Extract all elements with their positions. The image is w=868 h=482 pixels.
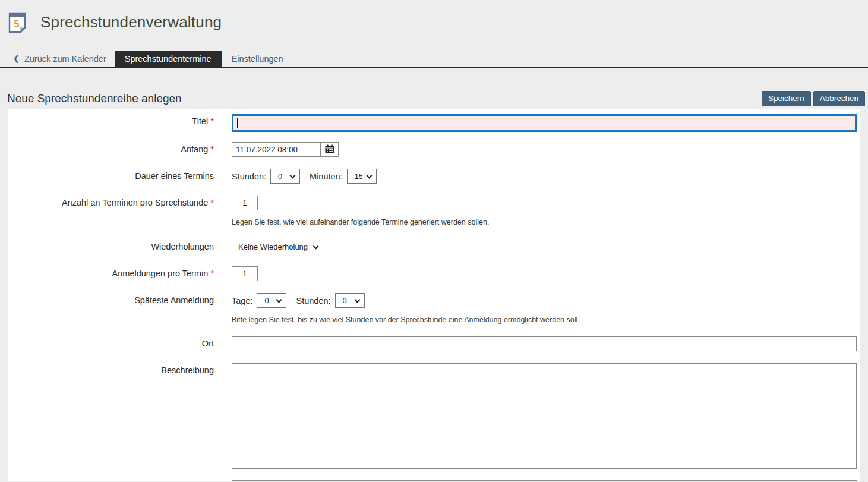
ort-label-text: Ort <box>202 339 214 348</box>
calendar-logo-icon: 5 <box>8 12 26 33</box>
dauer-hours-select-wrap: 0 <box>270 169 300 184</box>
anmeldungen-control <box>214 266 857 281</box>
save-button[interactable]: Speichern <box>762 91 811 106</box>
tab-einstellungen[interactable]: Einstellungen <box>222 51 293 67</box>
form-row-anfang: Anfang * <box>8 142 857 157</box>
anfang-date-group <box>232 142 857 157</box>
beschreibung-label: Beschreibung <box>8 363 214 375</box>
ort-label: Ort <box>8 336 214 348</box>
anfang-datetime-input[interactable] <box>232 142 321 157</box>
page-title: Neue Sprechstundenreihe anlegen <box>7 92 182 105</box>
anzahl-control: Legen Sie fest, wie viel aufeinander fol… <box>214 196 857 226</box>
anmeldungen-label-text: Anmeldungen pro Termin <box>112 269 209 278</box>
spaeteste-days-select-wrap: 0 <box>257 293 286 308</box>
objekt-im-magazin-label: Objekt im Magazin <box>8 480 214 481</box>
form-toolbar: Neue Sprechstundenreihe anlegen Speicher… <box>0 90 868 106</box>
form-row-titel: Titel * <box>8 114 857 132</box>
anfang-label-text: Anfang <box>181 144 208 154</box>
spaeteste-days-label: Tage: <box>232 296 252 305</box>
anmeldungen-input[interactable] <box>232 266 258 281</box>
titel-label: Titel * <box>8 114 214 126</box>
toolbar-buttons: Speichern Abbrechen <box>762 91 865 106</box>
form-row-anzahl: Anzahl an Terminen pro Sprechstunde * Le… <box>8 196 857 226</box>
dauer-label: Dauer eines Termins <box>8 169 214 181</box>
spaeteste-anmeldung-control: Tage: 0 Stunden: 0 Bitte legen Sie fest,… <box>214 293 857 324</box>
spaeteste-hours-label: Stunden: <box>296 296 330 305</box>
titel-input[interactable] <box>232 114 857 132</box>
calendar-picker-icon <box>325 144 334 155</box>
beschreibung-textarea[interactable] <box>232 363 857 469</box>
calendar-logo-day: 5 <box>14 18 20 29</box>
form-row-dauer: Dauer eines Termins Stunden: 0 Minuten: … <box>8 169 857 184</box>
form-panel: Titel * Anfang * <box>8 109 860 481</box>
ort-input[interactable] <box>232 336 857 351</box>
app-header: 5 Sprechstundenverwaltung <box>0 0 868 33</box>
form-row-spaeteste-anmeldung: Späteste Anmeldung Tage: 0 Stunden: 0 <box>8 293 857 324</box>
anfang-control <box>214 142 857 157</box>
wiederholungen-label-text: Wiederholungen <box>151 242 214 251</box>
spaeteste-anmeldung-hint: Bitte legen Sie fest, bis zu wie viel St… <box>232 316 857 324</box>
anzahl-label: Anzahl an Terminen pro Sprechstunde * <box>8 196 214 207</box>
dauer-label-text: Dauer eines Termins <box>135 171 214 181</box>
wiederholungen-select-wrap: Keine Wiederholung <box>232 240 323 254</box>
dauer-minutes-select-wrap: 15 <box>347 169 377 184</box>
app-title: Sprechstundenverwaltung <box>40 13 222 31</box>
objekt-im-magazin-input[interactable] <box>232 480 857 481</box>
back-to-calendar-label: Zurück zum Kalender <box>24 54 106 64</box>
anzahl-input[interactable] <box>232 196 258 210</box>
dauer-control: Stunden: 0 Minuten: 15 <box>214 169 857 184</box>
ort-control <box>214 336 857 351</box>
wiederholungen-control: Keine Wiederholung <box>214 240 857 254</box>
titel-control <box>214 114 857 132</box>
spaeteste-anmeldung-label-text: Späteste Anmeldung <box>134 295 214 305</box>
spaeteste-anmeldung-label: Späteste Anmeldung <box>8 293 214 305</box>
spaeteste-hours-select[interactable]: 0 <box>335 293 365 308</box>
chevron-left-icon: ❮ <box>13 54 20 63</box>
anzahl-hint: Legen Sie fest, wie viel aufeinander fol… <box>232 218 857 226</box>
dauer-minutes-label: Minuten: <box>310 172 343 181</box>
spaeteste-days-select[interactable]: 0 <box>257 293 286 308</box>
form-row-ort: Ort <box>8 336 857 351</box>
tab-bar: ❮ Zurück zum Kalender Sprechstundentermi… <box>0 51 868 68</box>
titel-input-wrap <box>232 114 857 132</box>
dauer-hours-select[interactable]: 0 <box>270 169 300 184</box>
tab-sprechstundentermine[interactable]: Sprechstundentermine <box>115 51 222 67</box>
dauer-minutes-select[interactable]: 15 <box>347 169 377 184</box>
form-row-anmeldungen: Anmeldungen pro Termin * <box>8 266 857 281</box>
objekt-im-magazin-control <box>214 480 857 481</box>
form-row-beschreibung: Beschreibung <box>8 363 857 471</box>
beschreibung-control <box>214 363 857 471</box>
app-root: 5 Sprechstundenverwaltung ❮ Zurück zum K… <box>0 0 868 481</box>
back-to-calendar-link[interactable]: ❮ Zurück zum Kalender <box>8 51 115 67</box>
dauer-hours-label: Stunden: <box>232 172 266 181</box>
titel-label-text: Titel <box>192 116 208 126</box>
spaeteste-anmeldung-inputs: Tage: 0 Stunden: 0 <box>232 293 857 308</box>
spaeteste-hours-select-wrap: 0 <box>335 293 365 308</box>
wiederholungen-label: Wiederholungen <box>8 240 214 251</box>
form-row-objekt-im-magazin: Objekt im Magazin <box>8 480 857 481</box>
anfang-label: Anfang * <box>8 142 214 154</box>
anfang-calendar-button[interactable] <box>320 142 339 157</box>
cancel-button[interactable]: Abbrechen <box>813 91 865 106</box>
wiederholungen-select[interactable]: Keine Wiederholung <box>232 240 323 254</box>
anmeldungen-label: Anmeldungen pro Termin * <box>8 266 214 278</box>
anzahl-label-text: Anzahl an Terminen pro Sprechstunde <box>62 198 208 207</box>
form-row-wiederholungen: Wiederholungen Keine Wiederholung <box>8 240 857 254</box>
beschreibung-label-text: Beschreibung <box>161 366 214 375</box>
